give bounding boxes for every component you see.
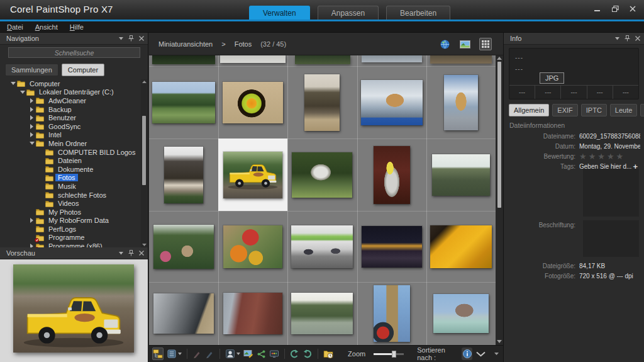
- info-tab-allgemein[interactable]: Allgemein: [509, 104, 549, 116]
- scroll-down-icon[interactable]: [497, 340, 502, 343]
- mode-tab-anpassen[interactable]: Anpassen: [318, 6, 379, 20]
- tree-item-lokaler-datentr-ger-c[interactable]: Lokaler Datenträger (C:): [0, 88, 141, 97]
- thumbnail-cell-night-harbor[interactable]: [357, 211, 426, 282]
- info-tab-orte[interactable]: Orte: [640, 104, 644, 116]
- thumbnail-cell-subway-platform[interactable]: [149, 282, 218, 345]
- tree-item-my-roboform-data[interactable]: My RoboForm Data: [0, 217, 141, 225]
- collapse-tray-chevron-icon[interactable]: [475, 351, 486, 357]
- grid-scrollbar[interactable]: [496, 55, 503, 345]
- tree-item-benutzer[interactable]: Benutzer: [0, 113, 141, 122]
- thumbnail-shaggy-dog[interactable]: [304, 74, 340, 131]
- thumbnail-donkey-face[interactable]: [164, 147, 203, 203]
- edit-brush-icon[interactable]: [205, 348, 214, 360]
- pin-icon[interactable]: [625, 35, 630, 42]
- thumbnail-commuter-train[interactable]: [291, 225, 353, 268]
- thumbnail-lovebird-nestbox[interactable]: [223, 82, 283, 123]
- thumbnail-cell-garden-pond[interactable]: [287, 282, 357, 345]
- scroll-down-icon[interactable]: [142, 244, 147, 246]
- thumbnail-cactus-garden[interactable]: [153, 225, 214, 269]
- people-tag-icon[interactable]: [225, 348, 235, 360]
- tree-item-programme-x86[interactable]: Programme (x86): [0, 242, 141, 247]
- tree-item-videos[interactable]: Videos: [0, 199, 141, 208]
- thumbnail-cell-cockatiel[interactable]: [357, 139, 426, 211]
- folder-tree-icon[interactable]: [152, 348, 164, 360]
- thumbnail-cell-yellow-truck[interactable]: [218, 139, 287, 211]
- tree-item-musik[interactable]: Musik: [0, 182, 141, 191]
- close-panel-icon[interactable]: [635, 36, 640, 41]
- list-view-icon[interactable]: [167, 348, 177, 360]
- menu-ansicht[interactable]: Ansicht: [35, 23, 58, 31]
- search-input[interactable]: [8, 47, 140, 58]
- thumbnail-subway-platform[interactable]: [153, 293, 214, 334]
- panel-menu-icon[interactable]: [119, 252, 123, 255]
- thumbnail-grid-icon[interactable]: [479, 38, 492, 50]
- tags-list-area[interactable]: [583, 169, 639, 217]
- thumbnail-cell-lovebird-nestbox[interactable]: [218, 66, 287, 139]
- thumbnail-cell-cactus-field[interactable]: [426, 139, 496, 211]
- panel-menu-icon[interactable]: [119, 37, 123, 40]
- thumbnail-cactus-field[interactable]: [432, 154, 490, 196]
- thumbnail-cutoff-photo-2[interactable]: [220, 55, 286, 63]
- thumbnail-cell-commuter-train[interactable]: [287, 211, 357, 282]
- rotate-left-icon[interactable]: [289, 348, 299, 360]
- thumbnail-landscape-trees[interactable]: [152, 82, 215, 123]
- pin-icon[interactable]: [128, 250, 134, 256]
- tree-item-computer[interactable]: Computer: [0, 79, 141, 88]
- slideshow-icon[interactable]: [269, 348, 279, 360]
- tree-item-dokumente[interactable]: Dokumente: [0, 165, 141, 174]
- rating-stars[interactable]: ★★★★★: [579, 153, 625, 160]
- info-tab-exif[interactable]: EXIF: [552, 104, 577, 116]
- thumbnail-cell-donkey-face[interactable]: [149, 139, 218, 211]
- thumbnail-cutoff-photo-3[interactable]: [295, 55, 350, 64]
- thumbnail-night-harbor[interactable]: [362, 226, 422, 268]
- toolbar-overflow-caret-icon[interactable]: [494, 353, 499, 355]
- thumbnail-golden-retriever[interactable]: [444, 75, 478, 130]
- auto-preserve-folder-icon[interactable]: [323, 348, 333, 360]
- thumbnail-garden-pond[interactable]: [291, 293, 353, 334]
- thumbnail-cell-cactus-garden[interactable]: [149, 211, 218, 282]
- close-panel-icon[interactable]: [139, 251, 144, 256]
- info-tab-leute[interactable]: Leute: [610, 104, 638, 116]
- zoom-slider-thumb[interactable]: [392, 351, 396, 358]
- mode-tab-verwalten[interactable]: Verwalten: [249, 6, 310, 20]
- thumbnail-cell-hagia-sophia[interactable]: [426, 282, 496, 345]
- thumbnail-cell-city-street[interactable]: [218, 282, 287, 345]
- thumbnail-cell-shaggy-dog[interactable]: [287, 66, 357, 139]
- info-tab-iptc[interactable]: IPTC: [581, 104, 607, 116]
- people-tag-caret-icon[interactable]: [236, 353, 240, 355]
- image-edit-icon[interactable]: [243, 348, 253, 360]
- tree-item-perflogs[interactable]: PerfLogs: [0, 225, 141, 234]
- tree-item-dateien[interactable]: Dateien: [0, 156, 141, 165]
- thumbnail-cockatiel[interactable]: [374, 146, 410, 204]
- thumbnail-cell-nyc-taxi[interactable]: [426, 211, 496, 282]
- tree-item-schlechte-fotos[interactable]: schlechte Fotos: [0, 191, 141, 200]
- rotate-right-icon[interactable]: [303, 348, 313, 360]
- thumbnail-nyc-taxi[interactable]: [430, 225, 492, 268]
- thumbnail-cell-big-ben[interactable]: [357, 282, 426, 345]
- map-globe-icon[interactable]: [439, 38, 451, 50]
- tree-item-goodsync[interactable]: GoodSync: [0, 122, 141, 131]
- quick-review-brush-icon[interactable]: [192, 348, 202, 360]
- caption-textarea[interactable]: [583, 220, 639, 257]
- thumbnail-cutoff-photo-1[interactable]: [152, 55, 215, 64]
- tree-item-mein-ordner[interactable]: Mein Ordner: [0, 139, 141, 148]
- breadcrumb-view[interactable]: Miniaturansichten: [158, 40, 213, 48]
- thumbnail-yellow-truck[interactable]: [223, 152, 282, 198]
- menu-datei[interactable]: Datei: [7, 23, 23, 31]
- minimize-icon[interactable]: [594, 6, 601, 12]
- tree-scrollbar[interactable]: [141, 79, 147, 247]
- info-toggle-button[interactable]: [462, 348, 472, 360]
- close-icon[interactable]: [629, 6, 636, 12]
- zoom-slider[interactable]: [374, 351, 404, 358]
- thumbnail-dog-on-fence[interactable]: [361, 80, 423, 125]
- tree-item-backup[interactable]: Backup: [0, 105, 141, 114]
- thumbnail-cow-in-brush[interactable]: [292, 152, 352, 198]
- panel-menu-icon[interactable]: [615, 37, 619, 40]
- thumbnail-cell-cow-in-brush[interactable]: [287, 139, 357, 211]
- thumbnail-city-street[interactable]: [223, 293, 282, 334]
- scroll-up-icon[interactable]: [142, 81, 147, 83]
- close-panel-icon[interactable]: [139, 36, 144, 41]
- thumbnail-cutoff-photo-5[interactable]: [430, 55, 492, 64]
- thumbnail-cell-landscape-trees[interactable]: [149, 66, 218, 139]
- nav-tab-sammlungen[interactable]: Sammlungen: [5, 64, 58, 76]
